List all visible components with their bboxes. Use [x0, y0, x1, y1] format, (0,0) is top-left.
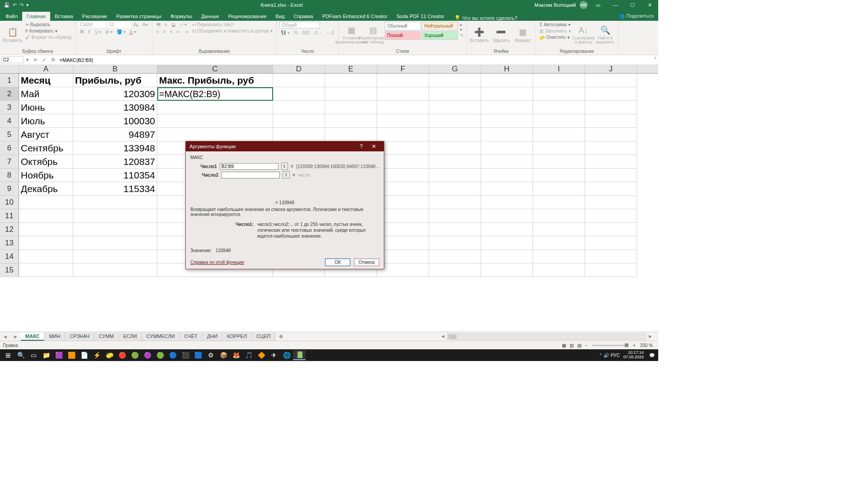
cell[interactable] [481, 101, 533, 114]
sheet-tab[interactable]: ЕСЛИ [119, 333, 142, 341]
minimize-button[interactable]: — [609, 2, 622, 8]
arg1-range-picker[interactable]: ↥ [281, 163, 288, 170]
cell[interactable] [585, 141, 637, 155]
decrease-font-icon[interactable]: A▾ [141, 22, 149, 28]
cell[interactable]: 130984 [73, 101, 157, 114]
cell[interactable] [481, 209, 533, 223]
cell[interactable] [585, 128, 637, 141]
app-icon-6[interactable]: 🔴 [116, 350, 128, 360]
col-head-e[interactable]: E [325, 65, 377, 73]
cell[interactable] [533, 87, 585, 101]
cell[interactable] [585, 263, 637, 277]
row-head-7[interactable]: 7 [0, 155, 19, 169]
vlc-icon[interactable]: 🔶 [255, 350, 268, 360]
cell[interactable]: Сентябрь [19, 141, 73, 155]
cell[interactable] [429, 87, 481, 101]
cell[interactable] [481, 87, 533, 101]
sheet-tab[interactable]: СУММЕСЛИ [142, 333, 180, 341]
sheet-tab[interactable]: СЦЕП [252, 333, 275, 341]
telegram-icon[interactable]: ✈ [268, 350, 280, 360]
cell[interactable] [429, 236, 481, 250]
app-icon-14[interactable]: 📦 [217, 350, 230, 360]
explorer-icon[interactable]: 📁 [40, 350, 52, 360]
cell[interactable] [19, 209, 73, 223]
formula-input[interactable] [58, 57, 658, 63]
fill-button[interactable]: ▥Заполнить ▾ [538, 28, 571, 34]
cell[interactable]: Месяц [19, 74, 73, 87]
hscroll-right-icon[interactable]: ► [646, 333, 655, 340]
row-head-1[interactable]: 1 [0, 74, 19, 87]
cell[interactable] [157, 101, 273, 114]
cell[interactable] [533, 114, 585, 128]
dialog-help-button[interactable]: ? [355, 143, 368, 150]
fill-color-button[interactable]: 🪣 ▾ [115, 29, 127, 35]
cell[interactable] [429, 263, 481, 277]
view-pagelayout-icon[interactable]: ▥ [568, 343, 576, 348]
tray-lang[interactable]: РУС [611, 353, 620, 358]
cell[interactable] [481, 114, 533, 128]
sheet-tab[interactable]: СРЗНАЧ [65, 333, 94, 341]
cell[interactable] [533, 101, 585, 114]
cell[interactable] [585, 155, 637, 169]
cell[interactable] [325, 101, 377, 114]
cell[interactable] [377, 101, 429, 114]
tab-soda[interactable]: Soda PDF 11 Creator [392, 12, 449, 21]
style-bad[interactable]: Плохой [385, 31, 421, 40]
clear-button[interactable]: 🧽Очистить ▾ [538, 34, 571, 40]
ok-button[interactable]: ОК [325, 258, 350, 266]
sheet-tab[interactable]: ДНИ [203, 333, 222, 341]
cell[interactable] [377, 263, 429, 277]
cell[interactable]: Май [19, 87, 73, 101]
cell[interactable] [533, 128, 585, 141]
cell[interactable] [533, 155, 585, 169]
search-icon[interactable]: 🔍 [14, 350, 27, 360]
qat-more-icon[interactable]: ▾ [26, 2, 29, 8]
row-head-9[interactable]: 9 [0, 182, 19, 196]
cell[interactable] [273, 114, 325, 128]
notifications-icon[interactable]: 💬 [647, 353, 656, 358]
cell[interactable]: 94897 [73, 128, 157, 141]
cell[interactable] [533, 263, 585, 277]
cell[interactable] [585, 101, 637, 114]
cell[interactable]: 133948 [73, 141, 157, 155]
cell[interactable] [429, 141, 481, 155]
tab-view[interactable]: Вид [271, 12, 289, 21]
tab-insert[interactable]: Вставка [50, 12, 78, 21]
cell[interactable] [585, 169, 637, 182]
styles-more-icon[interactable]: ⤡ [460, 33, 463, 38]
zoom-slider[interactable] [592, 345, 628, 346]
hscroll-left-icon[interactable]: ◄ [439, 333, 447, 340]
cell[interactable] [533, 209, 585, 223]
cell[interactable] [429, 182, 481, 196]
cell[interactable] [19, 223, 73, 236]
cell[interactable] [585, 196, 637, 209]
tab-file[interactable]: Файл [0, 12, 22, 21]
align-center-icon[interactable]: ≡ [162, 29, 167, 35]
app-icon-1[interactable]: 🟪 [52, 350, 65, 360]
cell[interactable] [73, 209, 157, 223]
firefox-icon[interactable]: 🦊 [230, 350, 242, 360]
zoom-level[interactable]: 250 % [637, 343, 656, 348]
cell[interactable] [73, 223, 157, 236]
cell[interactable]: 100030 [73, 114, 157, 128]
merge-button[interactable]: ⊟Объединить и поместить в центре ▾ [191, 28, 274, 34]
cell[interactable] [73, 250, 157, 263]
app-icon-12[interactable]: 🟦 [192, 350, 204, 360]
font-size-combo[interactable]: 11 [108, 22, 131, 28]
redo-icon[interactable]: ↷ [19, 2, 24, 8]
cell[interactable] [429, 114, 481, 128]
cell[interactable] [533, 250, 585, 263]
sheet-tab[interactable]: СЧЁТ [180, 333, 203, 341]
col-head-c[interactable]: C [157, 65, 273, 73]
cell[interactable]: Август [19, 128, 73, 141]
col-head-j[interactable]: J [585, 65, 637, 73]
cell[interactable] [481, 250, 533, 263]
cell[interactable] [585, 209, 637, 223]
name-box[interactable] [1, 56, 24, 63]
cell[interactable] [481, 141, 533, 155]
app-icon-7[interactable]: 🟢 [128, 350, 141, 360]
tab-pdfsam[interactable]: PDFsam Enhanced 6 Creator [318, 12, 392, 21]
cell[interactable] [481, 236, 533, 250]
save-icon[interactable]: 💾 [4, 2, 10, 8]
row-head-6[interactable]: 6 [0, 141, 19, 155]
